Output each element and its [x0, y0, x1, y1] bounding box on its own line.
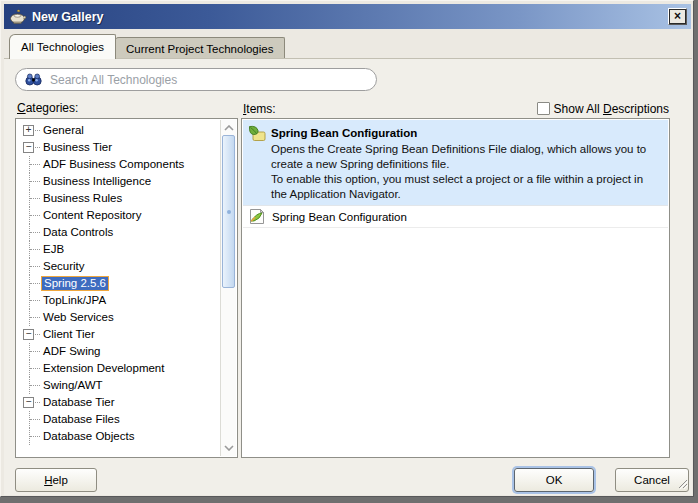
tree-item-adf-business-components[interactable]: ADF Business Components	[17, 156, 219, 173]
tree-item-label[interactable]: Client Tier	[41, 327, 97, 342]
tree-item-label[interactable]: Business Rules	[41, 191, 124, 206]
collapse-minus-icon[interactable]: −	[23, 397, 34, 408]
scroll-down-icon[interactable]	[221, 441, 236, 455]
tree-item-business-tier[interactable]: −Business Tier	[17, 139, 219, 156]
tree-item-label[interactable]: Content Repository	[41, 208, 143, 223]
scroll-up-icon[interactable]	[221, 121, 236, 135]
tab-all-technologies[interactable]: All Technologies	[9, 34, 116, 59]
tree-connector	[29, 173, 41, 190]
tree-item-toplink-jpa[interactable]: TopLink/JPA	[17, 292, 219, 309]
tree-item-label[interactable]: Extension Development	[41, 361, 166, 376]
tree-connector	[29, 411, 41, 428]
tree-item-spring-2-5-6[interactable]: Spring 2.5.6	[17, 275, 219, 292]
screen-background: New Gallery × Current Project Technologi…	[0, 0, 698, 503]
new-gallery-dialog: New Gallery × Current Project Technologi…	[0, 0, 694, 497]
search-box[interactable]	[15, 68, 377, 91]
tree-item-label[interactable]: TopLink/JPA	[41, 293, 108, 308]
item-label: Spring Bean Configuration	[272, 211, 407, 223]
resize-grip[interactable]	[676, 477, 688, 489]
categories-label: Categories:	[17, 101, 78, 115]
tree-connector	[35, 334, 40, 335]
items-panel: Spring Bean Configuration Opens the Crea…	[241, 118, 670, 458]
items-label: Items:	[243, 102, 276, 116]
tree-item-label[interactable]: Business Tier	[41, 140, 114, 155]
tree-item-label[interactable]: Web Services	[41, 310, 116, 325]
tree-item-client-tier[interactable]: −Client Tier	[17, 326, 219, 343]
tab-current-project-technologies[interactable]: Current Project Technologies	[114, 37, 285, 59]
selected-item-description-1: Opens the Create Spring Bean Definitions…	[271, 142, 662, 172]
selected-item-title: Spring Bean Configuration	[271, 125, 417, 141]
tree-item-label[interactable]: Swing/AWT	[41, 378, 105, 393]
tree-item-general[interactable]: +General	[17, 122, 219, 139]
tree-connector	[29, 207, 41, 224]
tree-connector	[29, 156, 41, 173]
expand-plus-icon[interactable]: +	[23, 125, 34, 136]
tree-item-label[interactable]: Data Controls	[41, 225, 115, 240]
tree-item-web-services[interactable]: Web Services	[17, 309, 219, 326]
close-button[interactable]: ×	[668, 8, 687, 25]
tree-connector	[29, 343, 41, 360]
tree-connector	[35, 402, 40, 403]
tree-connector	[35, 130, 40, 131]
tree-connector	[29, 360, 41, 377]
tree-connector	[29, 190, 41, 207]
tree-item-data-controls[interactable]: Data Controls	[17, 224, 219, 241]
collapse-minus-icon[interactable]: −	[23, 329, 34, 340]
spring-bean-icon	[248, 125, 266, 142]
help-button[interactable]: Help	[15, 468, 97, 492]
tree-connector	[35, 147, 40, 148]
tree-item-label[interactable]: General	[41, 123, 86, 138]
tree-item-label[interactable]: EJB	[41, 242, 66, 257]
tree-connector	[29, 292, 41, 309]
show-all-descriptions[interactable]: Show All Descriptions	[537, 102, 669, 116]
show-all-descriptions-checkbox[interactable]	[537, 102, 550, 115]
tree-item-label[interactable]: Security	[41, 259, 87, 274]
tree-item-ejb[interactable]: EJB	[17, 241, 219, 258]
tree-scrollbar[interactable]	[220, 120, 236, 456]
tree-item-business-rules[interactable]: Business Rules	[17, 190, 219, 207]
search-input[interactable]	[50, 73, 366, 87]
scrollbar-thumb[interactable]	[222, 135, 235, 288]
title-bar[interactable]: New Gallery ×	[4, 4, 691, 29]
tree-connector	[29, 258, 41, 275]
tree-connector	[29, 377, 41, 394]
tree-item-swing-awt[interactable]: Swing/AWT	[17, 377, 219, 394]
tree-item-adf-swing[interactable]: ADF Swing	[17, 343, 219, 360]
tree-item-security[interactable]: Security	[17, 258, 219, 275]
tree-connector	[29, 428, 41, 445]
tree-item-label[interactable]: Spring 2.5.6	[41, 276, 109, 291]
tree-item-business-intelligence[interactable]: Business Intelligence	[17, 173, 219, 190]
tree-item-label[interactable]: ADF Swing	[41, 344, 103, 359]
tree-item-label[interactable]: Database Files	[41, 412, 122, 427]
tree-connector	[29, 224, 41, 241]
categories-tree: +General−Business TierADF Business Compo…	[17, 122, 219, 456]
tree-item-database-files[interactable]: Database Files	[17, 411, 219, 428]
categories-tree-panel: +General−Business TierADF Business Compo…	[15, 118, 238, 458]
ok-button[interactable]: OK	[514, 468, 594, 492]
tree-item-label[interactable]: Database Tier	[41, 395, 117, 410]
tree-item-database-objects[interactable]: Database Objects	[17, 428, 219, 445]
tree-item-label[interactable]: Database Objects	[41, 429, 136, 444]
tree-connector	[29, 309, 41, 326]
tree-item-label[interactable]: ADF Business Components	[41, 157, 186, 172]
binoculars-search-icon	[25, 73, 42, 86]
tree-item-extension-development[interactable]: Extension Development	[17, 360, 219, 377]
tree-item-database-tier[interactable]: −Database Tier	[17, 394, 219, 411]
tree-item-content-repository[interactable]: Content Repository	[17, 207, 219, 224]
spring-config-file-icon	[248, 208, 266, 225]
show-all-descriptions-label: Show All Descriptions	[554, 102, 669, 116]
new-gallery-lamp-icon	[9, 9, 27, 25]
selected-item-spring-bean-configuration[interactable]: Spring Bean Configuration Opens the Crea…	[243, 120, 668, 208]
tree-connector	[29, 241, 41, 258]
item-spring-bean-configuration[interactable]: Spring Bean Configuration	[243, 205, 668, 228]
tree-connector	[29, 275, 41, 292]
window-title: New Gallery	[32, 10, 104, 24]
selected-item-description-2: To enable this option, you must select a…	[271, 172, 662, 202]
tree-item-label[interactable]: Business Intelligence	[41, 174, 153, 189]
collapse-minus-icon[interactable]: −	[23, 142, 34, 153]
